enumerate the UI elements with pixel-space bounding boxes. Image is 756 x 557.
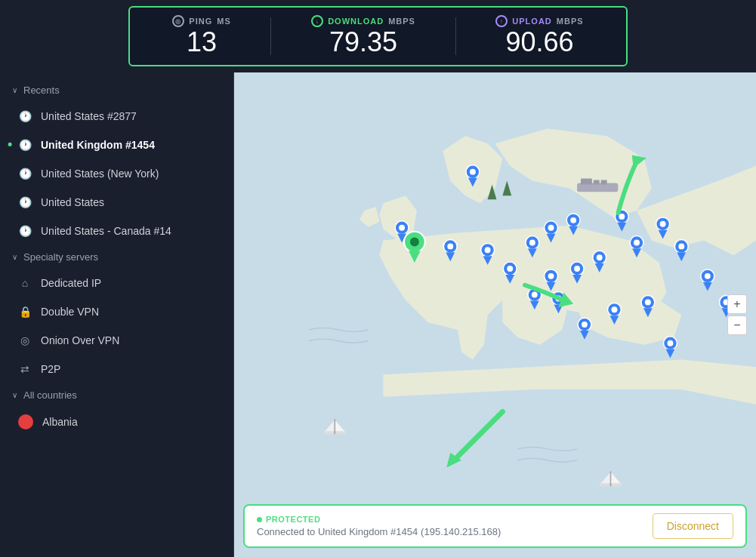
home-icon: ⌂ — [18, 276, 32, 290]
download-stat: ↓ DOWNLOAD Mbps 79.35 — [311, 15, 415, 57]
svg-point-48 — [470, 168, 476, 174]
sidebar-item-uk1454[interactable]: 🕐 United Kingdom #1454 — [0, 131, 233, 159]
svg-point-78 — [660, 220, 666, 226]
sidebar-item-onion-vpn[interactable]: ◎ Onion Over VPN — [0, 326, 233, 355]
svg-point-18 — [485, 247, 491, 253]
svg-rect-4 — [610, 471, 612, 486]
svg-point-60 — [645, 299, 651, 305]
svg-point-21 — [529, 239, 535, 245]
svg-point-81 — [410, 237, 419, 246]
stat-divider-1 — [270, 17, 271, 55]
ping-label: ◎ PING ms — [172, 15, 230, 27]
ping-icon: ◎ — [172, 15, 184, 27]
share-icon: ⇄ — [18, 362, 32, 376]
upload-label: ↑ UPLOAD Mbps — [495, 15, 583, 27]
sidebar-item-us-ca14[interactable]: 🕐 United States - Canada #14 — [0, 217, 233, 245]
sidebar-item-us-ny[interactable]: 🕐 United States (New York) — [0, 159, 233, 188]
map-area: PROTECTED Connected to United Kingdom #1… — [234, 72, 756, 557]
svg-point-24 — [507, 266, 513, 272]
status-protected-indicator: PROTECTED — [257, 515, 501, 524]
upload-stat: ↑ UPLOAD Mbps 90.66 — [495, 15, 583, 57]
clock-icon-4: 🕐 — [18, 195, 32, 209]
sidebar-item-label: Double VPN — [41, 306, 99, 318]
all-countries-section-header[interactable]: ∨ All countries — [0, 383, 233, 407]
protected-text: PROTECTED — [266, 515, 320, 524]
specialty-label: Specialty servers — [23, 251, 98, 263]
svg-point-45 — [548, 224, 554, 230]
download-value: 79.35 — [329, 27, 397, 57]
svg-point-75 — [668, 340, 674, 346]
status-info: PROTECTED Connected to United Kingdom #1… — [257, 515, 501, 537]
zoom-out-button[interactable]: − — [727, 315, 747, 335]
sidebar-item-albania[interactable]: Albania — [0, 407, 233, 437]
clock-icon-2: 🕐 — [18, 138, 32, 152]
map-zoom-controls: + − — [727, 294, 747, 335]
status-ip: (195.140.215.168) — [421, 526, 501, 537]
clock-icon-3: 🕐 — [18, 167, 32, 180]
status-bar: PROTECTED Connected to United Kingdom #1… — [243, 504, 747, 548]
clock-icon-5: 🕐 — [18, 224, 32, 238]
svg-point-36 — [634, 239, 640, 245]
lock-icon: 🔒 — [18, 305, 32, 319]
svg-rect-6 — [581, 178, 592, 184]
sidebar-item-dedicated-ip[interactable]: ⌂ Dedicated IP — [0, 269, 233, 297]
svg-point-57 — [611, 306, 617, 312]
svg-point-51 — [532, 291, 538, 297]
svg-point-15 — [447, 243, 453, 249]
sidebar-item-label: Onion Over VPN — [41, 334, 119, 346]
all-countries-label: All countries — [23, 389, 77, 401]
status-connection-text: Connected to United Kingdom #1454 (195.1… — [257, 525, 501, 537]
svg-point-30 — [574, 266, 580, 272]
svg-point-39 — [678, 243, 684, 249]
sidebar-item-label: United Kingdom #1454 — [41, 139, 155, 151]
albania-flag-icon — [18, 414, 33, 429]
sidebar-item-label: P2P — [41, 363, 60, 375]
ping-stat: ◎ PING ms 13 — [172, 15, 230, 57]
download-label: ↓ DOWNLOAD Mbps — [311, 15, 415, 27]
sidebar-item-label: United States — [41, 196, 104, 208]
svg-rect-7 — [594, 180, 600, 184]
stat-divider-2 — [455, 17, 456, 55]
download-icon: ↓ — [311, 15, 323, 27]
onion-icon: ◎ — [18, 334, 32, 347]
recents-section-header[interactable]: ∨ Recents — [0, 78, 233, 102]
sidebar-item-us2877[interactable]: 🕐 United States #2877 — [0, 102, 233, 131]
svg-point-27 — [548, 273, 554, 279]
sidebar-item-p2p[interactable]: ⇄ P2P — [0, 355, 233, 383]
sidebar-item-label: Albania — [42, 416, 78, 428]
svg-point-33 — [597, 254, 603, 260]
svg-rect-2 — [334, 419, 335, 434]
clock-icon-1: 🕐 — [18, 109, 32, 123]
zoom-in-button[interactable]: + — [727, 294, 747, 314]
upload-icon: ↑ — [495, 15, 508, 27]
recents-chevron-icon: ∨ — [12, 86, 17, 94]
main-layout: ∨ Recents 🕐 United States #2877 🕐 United… — [0, 72, 756, 557]
sidebar-item-label: United States - Canada #14 — [41, 225, 171, 237]
sidebar-item-label: Dedicated IP — [41, 277, 101, 289]
specialty-section-header[interactable]: ∨ Specialty servers — [0, 245, 233, 269]
specialty-chevron-icon: ∨ — [12, 253, 17, 261]
disconnect-button[interactable]: Disconnect — [653, 513, 733, 539]
countries-chevron-icon: ∨ — [12, 391, 17, 399]
status-dot — [257, 517, 262, 522]
map-svg — [234, 72, 756, 557]
svg-point-66 — [582, 322, 588, 328]
stats-bar: ◎ PING ms 13 ↓ DOWNLOAD Mbps 79.35 ↑ UPL… — [128, 6, 628, 66]
sidebar-item-us[interactable]: 🕐 United States — [0, 188, 233, 217]
svg-point-69 — [705, 273, 711, 279]
sidebar-item-double-vpn[interactable]: 🔒 Double VPN — [0, 297, 233, 326]
svg-point-12 — [399, 224, 405, 230]
upload-value: 90.66 — [505, 27, 573, 57]
ping-value: 13 — [187, 27, 217, 57]
recents-label: Recents — [23, 85, 60, 96]
svg-point-42 — [570, 217, 576, 223]
sidebar-item-label: United States #2877 — [41, 110, 137, 122]
sidebar: ∨ Recents 🕐 United States #2877 🕐 United… — [0, 72, 234, 557]
svg-rect-8 — [601, 180, 607, 184]
sidebar-item-label: United States (New York) — [41, 168, 159, 180]
